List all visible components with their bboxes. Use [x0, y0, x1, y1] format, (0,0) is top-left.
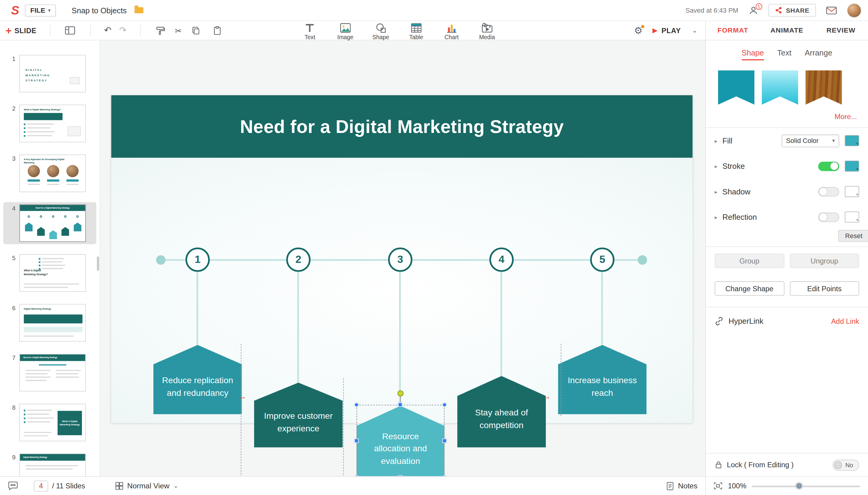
subtab-shape[interactable]: Shape [742, 48, 764, 60]
rotation-handle[interactable] [398, 390, 403, 396]
tab-animate[interactable]: ANIMATE [760, 21, 814, 40]
caret-right-icon[interactable]: ▸ [715, 163, 717, 169]
feedback-mail-icon[interactable] [826, 6, 837, 15]
step-shape-3-selected[interactable]: Resource allocation and evaluation [357, 406, 445, 477]
shape-edit-buttons-row: Change Shape Edit Points [706, 275, 868, 302]
slide-number: 6 [8, 304, 16, 311]
caret-right-icon[interactable]: ▸ [715, 137, 717, 143]
style-preset-wood-texture[interactable] [805, 70, 842, 105]
current-slide-number[interactable]: 4 [34, 480, 48, 491]
insert-image-button[interactable]: Image [335, 23, 356, 40]
step-circle-4[interactable]: 4 [489, 248, 514, 272]
notification-dot [641, 25, 644, 28]
style-preset-gradient[interactable] [762, 70, 798, 105]
slide-layout-button[interactable] [64, 24, 77, 37]
slide-thumb-5[interactable]: 5 What is Digital Marketing Strategy? [3, 252, 97, 294]
copy-button[interactable] [190, 24, 203, 37]
add-link-button[interactable]: Add Link [831, 317, 859, 326]
comments-icon[interactable] [8, 481, 18, 491]
subtab-arrange[interactable]: Arrange [805, 48, 832, 60]
group-button[interactable]: Group [715, 254, 784, 268]
reflection-color-swatch[interactable] [845, 211, 859, 223]
zoom-slider[interactable] [752, 482, 861, 490]
redo-button[interactable]: ↷ [119, 26, 126, 35]
resize-handle-right[interactable] [442, 439, 447, 443]
ungroup-button[interactable]: Ungroup [789, 254, 859, 268]
slide-thumb-2[interactable]: 2 What is Digital Marketing Strategy? [3, 102, 97, 145]
timeline-end-dot[interactable] [156, 255, 166, 265]
settings-button[interactable]: ⚙ [634, 25, 643, 35]
connector-line[interactable] [196, 272, 198, 345]
step-shape-4[interactable]: Stay ahead of competition [457, 376, 546, 447]
resize-handle-top-left[interactable] [354, 403, 359, 407]
more-styles-link[interactable]: More... [706, 105, 868, 127]
fit-to-screen-icon[interactable] [714, 482, 723, 490]
paste-button[interactable] [211, 24, 224, 37]
connector-line[interactable] [500, 272, 502, 376]
fill-color-swatch[interactable] [845, 135, 859, 146]
cut-button[interactable]: ✂ [175, 26, 182, 35]
play-options-chevron[interactable]: ⌄ [692, 27, 697, 34]
resize-handle-top-right[interactable] [442, 403, 447, 407]
share-button[interactable]: SHARE [768, 4, 816, 17]
slide-thumb-7[interactable]: 7 Need for a Digital Marketing Strategy [3, 352, 97, 394]
format-painter-button[interactable] [154, 24, 167, 37]
new-slide-button[interactable]: + SLIDE [5, 25, 36, 36]
slide-thumb-9[interactable]: 9 Digital Marketing Strategy [3, 451, 97, 476]
view-mode-selector[interactable]: Normal View ⌄ [115, 482, 178, 490]
step-circle-1[interactable]: 1 [185, 248, 210, 272]
shadow-color-swatch[interactable] [845, 186, 859, 197]
insert-chart-button[interactable]: Chart [441, 23, 462, 40]
edit-points-button[interactable]: Edit Points [789, 281, 859, 296]
connector-line[interactable] [601, 272, 603, 345]
slide-thumb-4-selected[interactable]: 4 Need for a Digital Marketing Strategy [3, 202, 97, 244]
timeline-end-dot[interactable] [638, 255, 647, 265]
stroke-toggle[interactable] [818, 161, 839, 171]
step-circle-2[interactable]: 2 [286, 248, 311, 272]
slide-thumb-6[interactable]: 6 Digital Marketing Strategy [3, 302, 97, 344]
reset-button[interactable]: Reset [838, 230, 868, 242]
step-circle-3[interactable]: 3 [388, 248, 413, 272]
sidebar-scrollbar[interactable] [97, 256, 99, 271]
step-shape-5[interactable]: Increase business reach [558, 345, 646, 414]
slide-title-block[interactable]: Need for a Digital Marketing Strategy [111, 95, 693, 158]
editor-canvas[interactable]: Need for a Digital Marketing Strategy [100, 40, 705, 476]
insert-text-button[interactable]: Text [299, 23, 320, 40]
style-preset-solid-teal[interactable] [718, 70, 754, 105]
slide-thumb-1[interactable]: 1 DIGITAL MARKETING STRATEGY [3, 52, 97, 95]
step-shape-2[interactable]: Improve customer experience [254, 382, 343, 447]
document-title[interactable]: Snap to Objects [72, 6, 127, 15]
resize-handle-top[interactable] [398, 403, 403, 407]
lock-toggle[interactable]: No [832, 459, 859, 471]
notes-button[interactable]: Notes [666, 481, 697, 490]
caret-right-icon[interactable]: ▸ [715, 214, 717, 220]
resize-handle-left[interactable] [354, 439, 359, 443]
tab-format[interactable]: FORMAT [706, 21, 760, 40]
connector-line[interactable] [399, 272, 401, 406]
file-menu-button[interactable]: FILE ▾ [25, 4, 56, 16]
current-slide[interactable]: Need for a Digital Marketing Strategy [111, 95, 693, 423]
step-circle-5[interactable]: 5 [590, 248, 614, 272]
shadow-toggle[interactable] [818, 187, 839, 196]
user-avatar[interactable] [847, 3, 861, 17]
collaborators-button[interactable]: 1 [748, 5, 758, 15]
folder-icon[interactable] [135, 7, 143, 13]
subtab-text[interactable]: Text [777, 48, 792, 60]
stroke-color-swatch[interactable] [845, 161, 859, 172]
connector-line[interactable] [297, 272, 299, 382]
step-shape-1[interactable]: Reduce replication and redundancy [153, 345, 242, 414]
slide-thumb-8[interactable]: 8 What is Digital Marketing Strategy [3, 402, 97, 444]
fill-type-dropdown[interactable]: Solid Color ▾ [781, 134, 839, 147]
insert-shape-button[interactable]: Shape [370, 23, 391, 40]
play-button[interactable]: ▶ PLAY [653, 26, 681, 35]
slide-number: 4 [8, 204, 16, 211]
slide-thumb-3[interactable]: 3 A Key Approach for Developing Digital … [3, 152, 97, 194]
insert-table-button[interactable]: Table [406, 23, 427, 40]
change-shape-button[interactable]: Change Shape [715, 281, 784, 296]
caret-right-icon[interactable]: ▸ [715, 188, 717, 194]
tab-review[interactable]: REVIEW [814, 21, 868, 40]
undo-button[interactable]: ↶ [104, 26, 111, 35]
insert-media-button[interactable]: Media [476, 23, 498, 40]
reflection-toggle[interactable] [818, 212, 839, 222]
zoom-slider-thumb[interactable] [795, 482, 803, 489]
